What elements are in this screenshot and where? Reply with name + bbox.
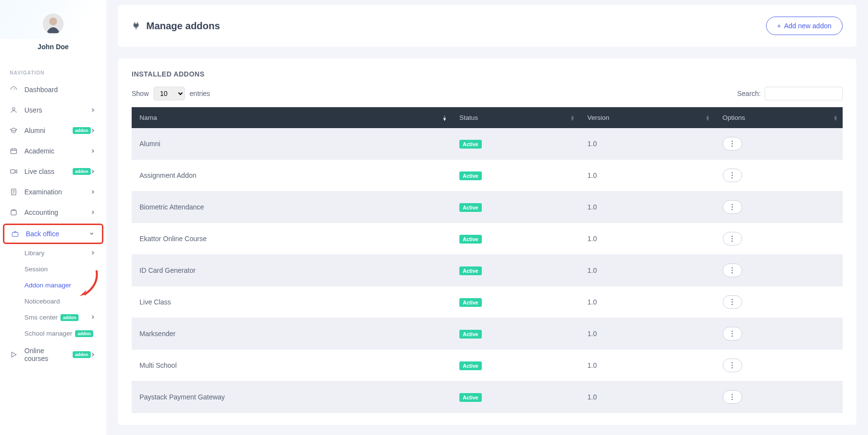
cell-name: Biometric Attendance: [132, 191, 452, 223]
sidebar-item-alumni[interactable]: Alumniaddon: [0, 120, 106, 141]
svg-point-11: [731, 172, 733, 174]
row-options-button[interactable]: [723, 264, 742, 277]
cell-version: 1.0: [580, 191, 715, 223]
sidebar-item-dashboard[interactable]: Dashboard: [0, 79, 106, 100]
plug-icon: [132, 21, 140, 30]
sidebar-subitem-label: Sms center: [24, 314, 58, 321]
academic-icon: [9, 146, 19, 156]
svg-point-16: [731, 209, 733, 210]
cell-name: Marksender: [132, 318, 452, 350]
row-options-button[interactable]: [723, 390, 742, 404]
svg-point-26: [731, 331, 733, 332]
sidebar-subitem-library[interactable]: Library: [0, 245, 106, 261]
addons-table: Nama▲▼ Status▲▼ Version▲▼ Options▲▼ Alum…: [132, 107, 843, 413]
chevron-right-icon: [91, 168, 98, 175]
table-row: Biometric AttendanceActive1.0: [132, 191, 843, 223]
alumni-icon: [9, 126, 19, 135]
svg-point-1: [49, 18, 57, 25]
svg-point-2: [12, 108, 15, 110]
sidebar-subitem-label: Session: [24, 265, 48, 273]
sidebar-item-live-class[interactable]: Live classaddon: [0, 161, 106, 182]
cell-version: 1.0: [580, 255, 715, 286]
svg-point-32: [731, 394, 733, 396]
sidebar-subitem-label: Addon manager: [24, 282, 71, 289]
svg-point-27: [731, 333, 733, 335]
cell-status: Active: [452, 223, 579, 255]
cell-version: 1.0: [580, 286, 715, 318]
table-row: Live ClassActive1.0: [132, 286, 843, 318]
svg-point-8: [731, 141, 733, 142]
cell-version: 1.0: [580, 381, 715, 413]
svg-rect-4: [10, 170, 15, 173]
status-badge: Active: [459, 298, 482, 307]
sidebar-item-academic[interactable]: Academic: [0, 141, 106, 161]
add-new-addon-button[interactable]: + Add new addon: [766, 17, 843, 35]
svg-point-18: [731, 238, 733, 240]
status-badge: Active: [459, 235, 482, 244]
sidebar-item-examination[interactable]: Examination: [0, 182, 106, 202]
svg-point-28: [731, 336, 733, 337]
chevron-right-icon: [91, 249, 98, 257]
dashboard-icon: [9, 85, 19, 95]
row-options-button[interactable]: [723, 295, 742, 309]
row-options-button[interactable]: [723, 327, 742, 340]
table-row: ID Card GeneratorActive1.0: [132, 255, 843, 286]
chevron-right-icon: [91, 208, 98, 216]
svg-point-10: [731, 146, 733, 147]
search-input[interactable]: [765, 87, 843, 100]
svg-point-31: [731, 367, 733, 369]
svg-point-13: [731, 177, 733, 179]
table-row: MarksenderActive1.0: [132, 318, 843, 350]
sidebar-subitem-school-manager[interactable]: School manageraddon: [0, 325, 106, 341]
cell-name: ID Card Generator: [132, 255, 452, 286]
col-status[interactable]: Status▲▼: [452, 107, 579, 128]
status-badge: Active: [459, 361, 482, 370]
svg-rect-3: [11, 149, 17, 153]
col-version[interactable]: Version▲▼: [580, 107, 715, 128]
status-badge: Active: [459, 203, 482, 212]
sidebar-item-label: Online courses: [24, 347, 70, 362]
cell-version: 1.0: [580, 318, 715, 350]
row-options-button[interactable]: [723, 232, 742, 246]
cell-status: Active: [452, 318, 579, 350]
cell-version: 1.0: [580, 223, 715, 255]
sidebar-item-users[interactable]: Users: [0, 100, 106, 120]
entries-select[interactable]: 10: [154, 87, 185, 100]
sidebar-item-label: Accounting: [24, 208, 91, 216]
avatar[interactable]: [43, 14, 63, 34]
sidebar-subitem-label: School manager: [24, 330, 72, 337]
cell-status: Active: [452, 128, 579, 160]
addon-badge: addon: [75, 330, 93, 337]
row-options-button[interactable]: [723, 137, 742, 151]
svg-rect-6: [11, 210, 17, 215]
cell-status: Active: [452, 191, 579, 223]
sidebar-item-back-office[interactable]: Back office: [3, 224, 103, 244]
sidebar-item-label: Examination: [24, 188, 91, 196]
status-badge: Active: [459, 393, 482, 402]
cell-version: 1.0: [580, 350, 715, 381]
cell-status: Active: [452, 286, 579, 318]
sidebar-item-accounting[interactable]: Accounting: [0, 202, 106, 223]
sidebar-item-label: Dashboard: [24, 86, 98, 94]
sidebar-subitem-label: Noticeboard: [24, 298, 60, 305]
accounting-icon: [9, 208, 19, 217]
entries-selector: Show 10 entries: [132, 87, 210, 100]
sidebar-subitem-sms-center[interactable]: Sms centeraddon: [0, 309, 106, 325]
sidebar-item-online-courses[interactable]: Online coursesaddon: [0, 341, 106, 368]
cell-status: Active: [452, 160, 579, 191]
sidebar-item-label: Users: [24, 106, 91, 114]
profile-block: John Doe: [0, 0, 106, 56]
col-options[interactable]: Options▲▼: [715, 107, 843, 128]
table-row: Multi SchoolActive1.0: [132, 350, 843, 381]
page-title: Manage addons: [146, 20, 220, 32]
status-badge: Active: [459, 266, 482, 275]
status-badge: Active: [459, 140, 482, 149]
row-options-button[interactable]: [723, 359, 742, 372]
sidebar-item-label: Back office: [26, 230, 89, 238]
col-name[interactable]: Nama▲▼: [132, 107, 452, 128]
chevron-right-icon: [91, 147, 98, 155]
row-options-button[interactable]: [723, 200, 742, 214]
row-options-button[interactable]: [723, 169, 742, 182]
table-row: Ekattor Online CourseActive1.0: [132, 223, 843, 255]
play-icon: [9, 350, 19, 359]
